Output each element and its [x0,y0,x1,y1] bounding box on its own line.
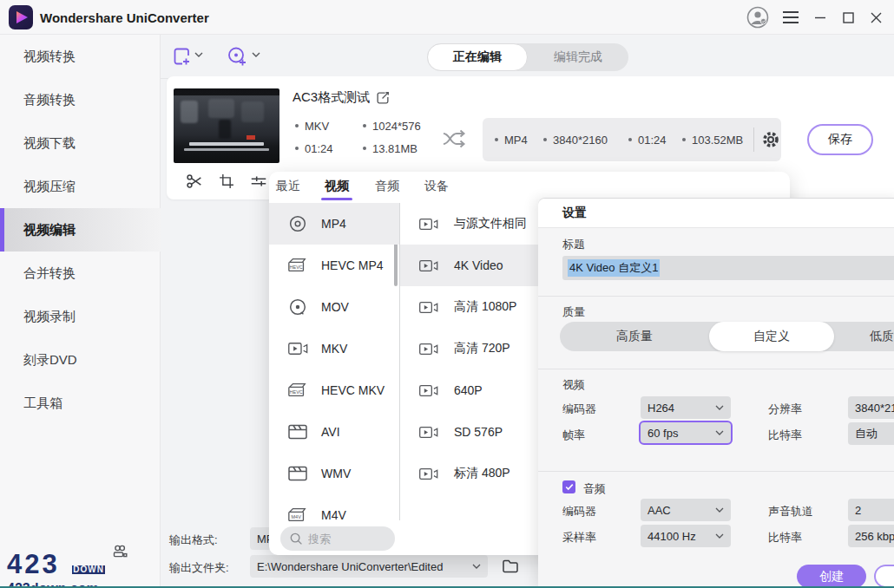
popup-tab-audio[interactable]: 音频 [375,172,399,201]
watermark-423down: 423DOWN 423down.com [7,551,107,588]
video-thumbnail[interactable] [174,88,279,163]
add-file-chevron-icon[interactable] [194,52,203,58]
sidebar-item-video-download[interactable]: 视频下载 [0,121,161,165]
sidebar-item-burn-dvd[interactable]: 刻录DVD [0,338,161,382]
chevron-down-icon [715,533,724,539]
sidebar-item-merge-convert[interactable]: 合并转换 [0,252,161,295]
sidebar-item-screen-record[interactable]: 视频录制 [0,295,161,338]
format-item-hevc-mkv[interactable]: HEVC HEVC MKV [269,369,399,411]
source-format: MKV [295,118,329,134]
popup-tab-recent[interactable]: 最近 [276,172,300,201]
sidebar-item-video-convert[interactable]: 视频转换 [0,35,161,78]
create-button[interactable]: 创建 [797,565,866,588]
hevc-badge-icon: HEVC [286,255,309,276]
rename-edit-icon[interactable] [375,90,391,106]
video-preset-icon [417,299,438,316]
source-resolution: 1024*576 [363,118,421,134]
popup-tab-device[interactable]: 设备 [424,172,449,201]
video-camera-icon [286,340,309,357]
section-divider [538,296,894,297]
video-encoder-select[interactable]: H264 [641,396,731,419]
title-bar: Wondershare UniConverter [0,0,894,35]
svg-text:HEVC: HEVC [289,389,302,395]
convert-shuffle-icon [441,128,467,149]
title-input[interactable]: 4K Video 自定义1 [562,256,894,280]
maximize-button[interactable] [835,0,861,35]
audio-encoder-select[interactable]: AAC [641,499,731,521]
video-preset-icon [417,466,438,482]
video-section-label: 视频 [562,377,585,393]
chevron-down-icon [715,405,724,411]
add-file-icon[interactable] [170,45,193,68]
video-framerate-select[interactable]: 60 fps [639,421,733,445]
check-icon [565,483,574,491]
target-box-divider [753,127,754,152]
settings-header: 设置 [538,199,894,228]
video-bitrate-value[interactable]: 自动 [848,422,894,445]
m4v-badge-icon: M4V [286,505,309,526]
section-divider [538,369,894,369]
audio-section-label: 音频 [583,481,606,497]
tab-editing[interactable]: 正在编辑 [427,43,528,71]
target-duration: 01:24 [628,132,667,147]
audio-channels-value[interactable]: 2 [848,499,894,521]
video-resolution-label: 分辨率 [768,402,802,417]
quality-segmented-control: 高质量 自定义 低质量 [560,322,894,351]
svg-text:M4V: M4V [291,514,301,519]
chevron-down-icon [715,430,724,436]
open-folder-icon[interactable] [502,559,519,574]
video-bitrate-label: 比特率 [768,428,802,443]
tab-edit-done[interactable]: 编辑完成 [528,43,628,71]
format-item-mov[interactable]: MOV [269,286,399,328]
save-button[interactable]: 保存 [807,124,873,155]
video-preset-icon [417,258,438,274]
file-title: AC3格式测试 [293,89,370,106]
crop-icon[interactable] [216,171,237,192]
trim-scissors-icon[interactable] [184,171,205,192]
editing-status-tabs: 正在编辑 编辑完成 [427,43,628,71]
audio-enabled-checkbox[interactable] [562,480,575,493]
account-avatar[interactable] [745,0,771,35]
sidebar-item-video-edit[interactable]: 视频编辑 [0,208,161,252]
quality-option-high[interactable]: 高质量 [560,322,709,351]
section-divider [538,471,894,472]
clapperboard-icon [286,422,309,441]
accounts-icon[interactable] [111,543,128,560]
format-item-wmv[interactable]: WMV [269,453,399,494]
audio-samplerate-select[interactable]: 44100 Hz [641,525,731,547]
menu-icon[interactable] [778,0,804,35]
popup-tab-video[interactable]: 视频 [325,172,349,201]
sidebar-item-toolbox[interactable]: 工具箱 [0,382,161,425]
sidebar-item-audio-convert[interactable]: 音频转换 [0,78,161,121]
subtitle-line [189,142,264,146]
video-resolution-value[interactable]: 3840*2160 [848,396,894,419]
video-preset-icon [417,424,438,441]
format-item-mp4[interactable]: MP4 [269,203,399,245]
effects-sliders-icon[interactable] [248,171,269,192]
subtitle-line [184,148,269,151]
video-encoder-label: 编码器 [562,402,596,417]
video-preset-icon [417,382,438,399]
sidebar-item-video-compress[interactable]: 视频压缩 [0,165,161,208]
output-folder-select[interactable]: E:\Wondershare UniConverter\Edited [250,555,488,578]
target-resolution: 3840*2160 [543,132,608,147]
quality-option-custom[interactable]: 自定义 [709,322,834,351]
title-field-label: 标题 [562,237,585,252]
add-disc-chevron-icon[interactable] [252,52,260,58]
add-disc-icon[interactable] [226,45,248,68]
format-item-avi[interactable]: AVI [269,411,399,453]
uniconverter-window: Wondershare UniConverter 视频转换 音频转换 视频下载 [0,0,894,588]
settings-panel: 设置 标题 4K Video 自定义1 质量 高质量 自定义 低质量 视频 编码… [538,198,894,588]
search-icon [289,532,303,546]
folder-chevron-icon [472,564,481,570]
source-size: 13.81MB [363,140,417,156]
close-button[interactable] [863,0,889,35]
format-item-hevc-mp4[interactable]: HEVC HEVC MP4 [269,245,399,286]
target-settings-gear-icon[interactable] [761,130,780,149]
format-item-mkv[interactable]: MKV [269,328,399,369]
confirm-button[interactable] [874,565,894,588]
hevc-badge-icon: HEVC [286,380,309,401]
quality-option-low[interactable]: 低质量 [834,322,894,351]
audio-bitrate-value[interactable]: 256 kbps [848,525,894,547]
minimize-button[interactable] [807,0,833,35]
